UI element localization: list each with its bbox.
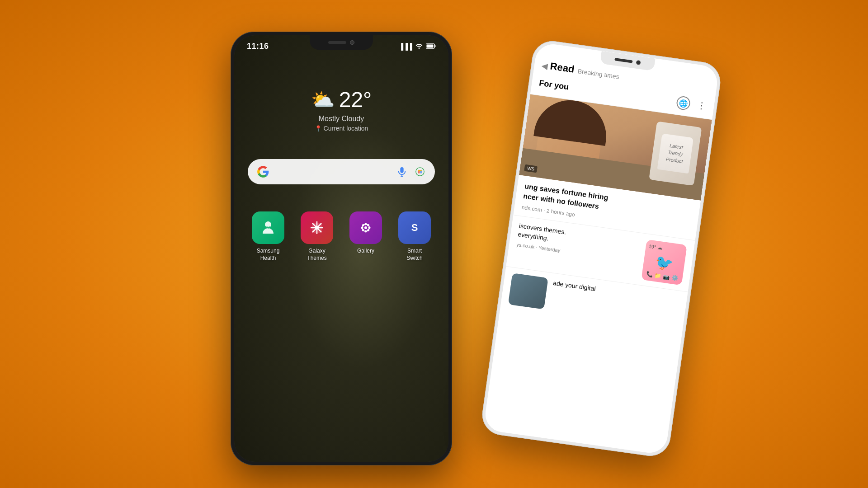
thumb-app-icons: 📞📁📷⚙️: [644, 269, 681, 284]
weather-icon: ⛅: [311, 89, 335, 111]
phone-secondary-inner: ◀ Read Breaking times For you 🌐 ⋮: [483, 42, 720, 455]
svg-point-16: [365, 230, 367, 233]
signal-icon: ▐▐▐: [399, 43, 412, 50]
globe-icon[interactable]: 🌐: [676, 95, 691, 111]
wifi-icon: [415, 42, 423, 50]
notch-primary: [310, 35, 373, 50]
phone-secondary: ◀ Read Breaking times For you 🌐 ⋮: [480, 38, 723, 459]
location-text: Current location: [324, 125, 368, 132]
status-icons: ▐▐▐: [399, 42, 436, 50]
thumb-bird-emoji: 🐦: [654, 253, 674, 272]
svg-point-21: [367, 224, 369, 226]
svg-rect-6: [418, 170, 421, 171]
svg-point-23: [364, 226, 367, 229]
samsung-health-label: SamsungHealth: [257, 248, 280, 262]
svg-rect-1: [427, 44, 434, 47]
battery-icon: [426, 43, 436, 50]
weather-main: ⛅ 22°: [311, 87, 372, 112]
svg-point-20: [367, 229, 369, 231]
smart-switch-label: SmartSwitch: [406, 248, 422, 262]
app-item-smart-switch[interactable]: S SmartSwitch: [396, 211, 433, 262]
svg-point-3: [416, 168, 424, 176]
notch-camera: [350, 40, 354, 45]
product-label: LatestTrendyProduct: [665, 142, 685, 165]
svg-point-19: [362, 224, 364, 226]
samsung-health-icon: [252, 211, 284, 244]
smart-switch-icon: S: [398, 211, 431, 244]
phone-primary-inner: 11:16 ▐▐▐: [234, 35, 448, 462]
notch-sensor-secondary: [614, 58, 632, 63]
weather-location: 📍 Current location: [315, 125, 368, 132]
gallery-icon: [349, 211, 382, 244]
galaxy-themes-label: GalaxyThemes: [307, 248, 326, 262]
galaxy-themes-icon: [301, 211, 333, 244]
phone-primary: 11:16 ▐▐▐: [231, 32, 452, 465]
thumb-weather: 19° ☁: [646, 240, 687, 255]
phone-secondary-screen: ◀ Read Breaking times For you 🌐 ⋮: [483, 42, 720, 455]
weather-condition: Mostly Cloudy: [319, 115, 364, 123]
svg-point-18: [368, 227, 371, 229]
status-time: 11:16: [247, 42, 269, 51]
svg-text:S: S: [411, 222, 418, 233]
app-item-galaxy-themes[interactable]: GalaxyThemes: [299, 211, 335, 262]
svg-point-13: [315, 226, 319, 230]
news-for-you-label: For you: [538, 78, 569, 92]
svg-point-15: [365, 223, 367, 225]
svg-rect-2: [435, 45, 436, 47]
article-thumbnail-3: [508, 273, 548, 309]
app-row: SamsungHealth: [234, 211, 448, 262]
app-item-gallery[interactable]: Gallery: [348, 211, 384, 262]
news-action-icons: 🌐 ⋮: [676, 95, 708, 113]
google-search-bar[interactable]: [248, 159, 435, 184]
location-pin-icon: 📍: [315, 125, 322, 132]
article-thumbnail-2: 19° ☁ 🐦 📞📁📷⚙️: [641, 239, 687, 286]
notch-camera-secondary: [636, 60, 641, 65]
news-article-1[interactable]: LatestTrendyProduct WS ung saves fortune…: [513, 94, 712, 241]
app-item-samsung-health[interactable]: SamsungHealth: [250, 211, 286, 262]
article-product-image: LatestTrendyProduct: [649, 121, 702, 186]
svg-point-17: [361, 227, 363, 229]
weather-temperature: 22°: [339, 87, 372, 112]
more-options-icon[interactable]: ⋮: [697, 100, 708, 112]
gallery-label: Gallery: [357, 248, 374, 255]
lens-search-icon[interactable]: [413, 165, 427, 178]
weather-widget: ⛅ 22° Mostly Cloudy 📍 Current location: [234, 87, 448, 132]
voice-search-icon[interactable]: [395, 165, 409, 178]
svg-point-22: [362, 229, 364, 231]
google-logo: [256, 164, 270, 179]
phones-container: 11:16 ▐▐▐: [208, 23, 660, 465]
phone-primary-screen: 11:16 ▐▐▐: [234, 35, 448, 462]
notch-sensor: [328, 41, 346, 44]
